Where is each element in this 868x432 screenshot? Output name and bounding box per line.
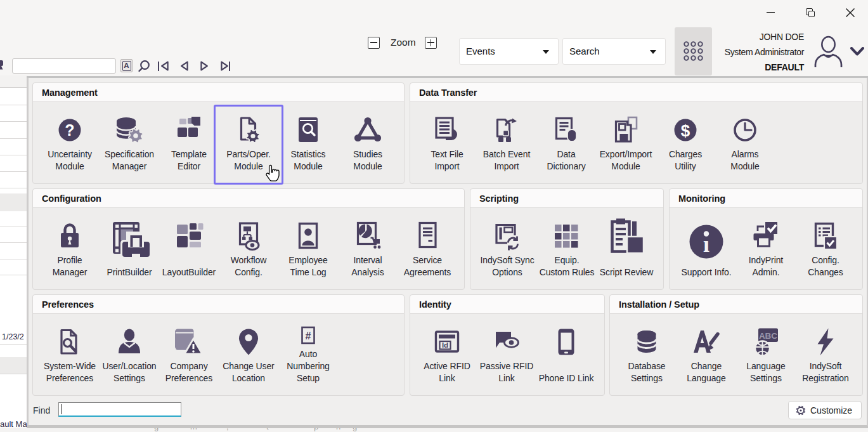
svg-text:Id: Id xyxy=(442,341,448,349)
svg-text:ABC: ABC xyxy=(759,331,777,341)
svg-text:#: # xyxy=(306,331,311,341)
svg-text:?: ? xyxy=(65,121,74,139)
svg-text:$: $ xyxy=(681,121,690,140)
svg-text:ı: ı xyxy=(703,232,709,257)
